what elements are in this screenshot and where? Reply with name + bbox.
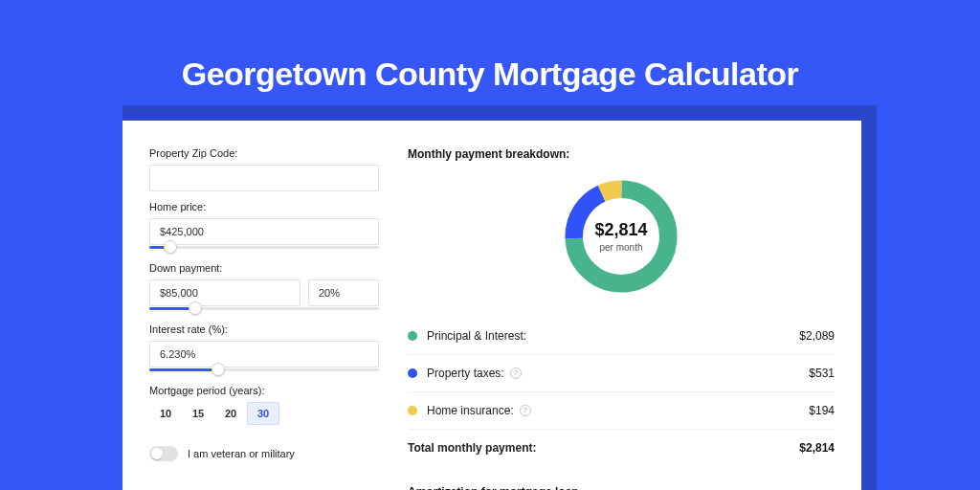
slider-track [149,246,379,249]
info-icon[interactable]: ? [520,405,531,416]
slider-fill [149,368,218,371]
interest-rate-slider[interactable] [149,366,379,375]
label-mortgage-period: Mortgage period (years): [149,385,379,396]
donut-svg [559,174,683,299]
period-options: 10152030 [149,402,379,425]
down-payment-pct-input[interactable] [308,279,379,306]
down-payment-slider[interactable] [149,304,379,314]
breakdown-value: $2,089 [799,329,835,343]
legend-dot [408,368,417,378]
label-zip: Property Zip Code: [149,147,379,159]
period-option-30[interactable]: 30 [247,402,279,425]
zip-input[interactable] [149,165,379,191]
label-home-price: Home price: [149,201,379,212]
breakdown-label: Principal & Interest: [427,329,799,343]
home-price-input[interactable] [149,218,379,245]
slider-thumb[interactable] [189,301,202,315]
info-icon[interactable]: ? [510,368,522,379]
amortization-title: Amortization for mortgage loan [408,485,835,490]
breakdown-row: Property taxes:?$531 [408,355,835,392]
label-interest-rate: Interest rate (%): [149,323,379,335]
breakdown-row: Home insurance:?$194 [408,392,835,430]
veteran-label: I am veteran or military [188,448,295,459]
breakdown-donut-chart: $2,814 per month [559,174,683,299]
calculator-card: Property Zip Code: Home price: Down paym… [122,121,861,490]
veteran-toggle[interactable] [149,446,178,461]
slider-thumb[interactable] [164,240,177,254]
breakdown-value: $194 [809,404,835,417]
breakdown-row: Principal & Interest:$2,089 [408,318,835,355]
breakdown-label: Home insurance:? [427,404,809,417]
breakdown-value: $531 [809,367,835,380]
total-label: Total monthly payment: [408,441,799,455]
label-down-payment: Down payment: [149,262,379,274]
legend-dot [408,331,417,341]
breakdown-column: Monthly payment breakdown: $2,814 per mo… [408,147,835,490]
total-row: Total monthly payment: $2,814 [408,430,835,466]
page-title: Georgetown County Mortgage Calculator [0,56,980,93]
breakdown-label: Property taxes:? [427,367,809,380]
down-payment-input[interactable] [149,279,301,306]
period-option-20[interactable]: 20 [214,402,247,425]
total-value: $2,814 [799,441,835,455]
legend-dot [408,406,417,415]
breakdown-title: Monthly payment breakdown: [408,147,835,161]
home-price-slider[interactable] [149,243,379,253]
interest-rate-input[interactable] [149,341,379,368]
period-option-15[interactable]: 15 [182,402,214,425]
slider-thumb[interactable] [212,363,225,376]
inputs-column: Property Zip Code: Home price: Down paym… [149,147,379,490]
period-option-10[interactable]: 10 [149,402,182,425]
